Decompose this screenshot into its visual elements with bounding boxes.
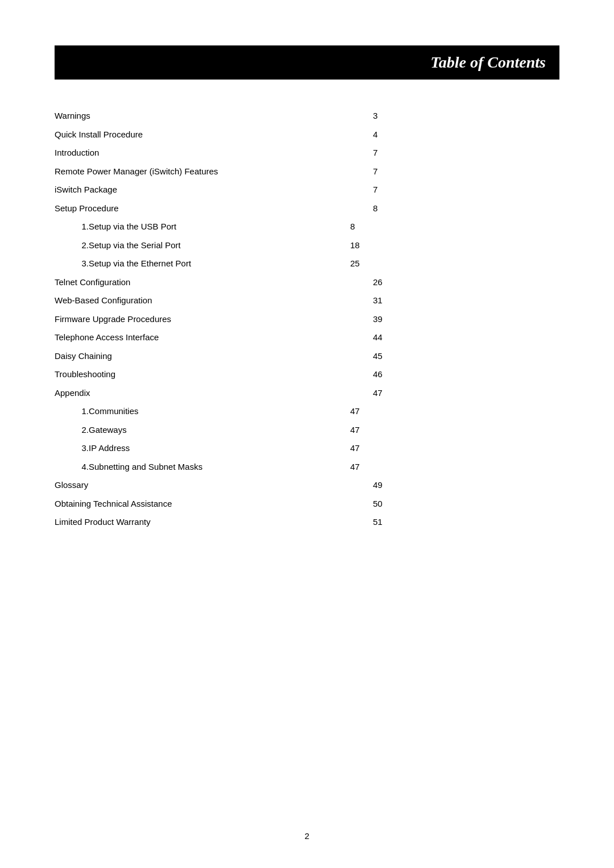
toc-page: 31 [350,291,559,310]
toc-row: Troubleshooting 46 [55,365,559,384]
toc-sub-number: 1. [55,218,89,236]
toc-entry-label: Telephone Access Interface [55,328,350,347]
toc-page: 46 [350,365,559,384]
toc-row: Setup Procedure 8 [55,199,559,218]
toc-sub-number: 1. [55,402,89,421]
toc-row: Warnings 3 [55,107,559,126]
toc-page: 26 [350,273,559,292]
toc-entry-label: Firmware Upgrade Procedures [55,310,350,329]
toc-sub-label: Gateways [89,421,350,440]
toc-sub-number: 2. [55,421,89,440]
toc-row: Quick Install Procedure 4 [55,126,559,144]
toc-page: 49 [350,476,559,495]
toc-sub-label: Subnetting and Subnet Masks [89,458,350,477]
toc-row: 3. Setup via the Ethernet Port 25 [55,254,559,273]
toc-page: 7 [350,181,559,199]
toc-sub-number: 2. [55,236,89,255]
toc-row: Glossary 49 [55,476,559,495]
toc-entry-label: Daisy Chaining [55,347,350,366]
toc-row: Firmware Upgrade Procedures 39 [55,310,559,329]
toc-entry-label: Glossary [55,476,350,495]
toc-row: Daisy Chaining 45 [55,347,559,366]
toc-page: 47 [350,458,559,477]
toc-sub-number: 4. [55,458,89,477]
toc-row: Remote Power Manager (iSwitch) Features … [55,162,559,181]
toc-sub-number: 3. [55,439,89,458]
toc-row: Telephone Access Interface 44 [55,328,559,347]
toc-entry-label: Appendix [55,384,350,403]
toc-entry-label: Telnet Configuration [55,273,350,292]
toc-row: 1. Setup via the USB Port 8 [55,218,559,236]
toc-entry-label: Setup Procedure [55,199,350,218]
toc-sub-label: Setup via the Serial Port [89,236,350,255]
toc-table: Warnings 3 Quick Install Procedure 4 Int… [55,107,559,532]
toc-sub-number: 3. [55,254,89,273]
toc-page: 4 [350,126,559,144]
toc-page: 44 [350,328,559,347]
toc-page: 47 [350,421,559,440]
toc-row: 1. Communities 47 [55,402,559,421]
toc-page: 7 [350,162,559,181]
toc-row: Telnet Configuration 26 [55,273,559,292]
toc-row: 2. Gateways 47 [55,421,559,440]
toc-entry-label: Obtaining Technical Assistance [55,495,350,514]
toc-page: 45 [350,347,559,366]
page-footer: 2 [0,831,614,841]
toc-page: 47 [350,384,559,403]
toc-row: Limited Product Warranty 51 [55,513,559,532]
toc-row: Web-Based Configuration 31 [55,291,559,310]
title-bar: Table of Contents [55,45,559,80]
toc-row: 2. Setup via the Serial Port 18 [55,236,559,255]
toc-entry-label: Remote Power Manager (iSwitch) Features [55,162,350,181]
toc-sub-label: Setup via the USB Port [89,218,350,236]
page-number: 2 [305,831,309,841]
toc-sub-label: Communities [89,402,350,421]
toc-sub-label: Setup via the Ethernet Port [89,254,350,273]
toc-row: iSwitch Package 7 [55,181,559,199]
toc-row: Appendix 47 [55,384,559,403]
page-title: Table of Contents [430,53,546,72]
toc-sub-label: IP Address [89,439,350,458]
toc-entry-label: Introduction [55,144,350,162]
toc-page: 25 [350,254,559,273]
toc-page: 47 [350,402,559,421]
toc-row: 4. Subnetting and Subnet Masks 47 [55,458,559,477]
toc-page: 18 [350,236,559,255]
toc-entry-label: iSwitch Package [55,181,350,199]
toc-row: 3. IP Address 47 [55,439,559,458]
toc-page: 47 [350,439,559,458]
toc-page: 50 [350,495,559,514]
toc-page: 39 [350,310,559,329]
toc-entry-label: Quick Install Procedure [55,126,350,144]
page: Table of Contents Warnings 3 Quick Insta… [0,0,614,868]
toc-entry-label: Troubleshooting [55,365,350,384]
toc-entry-label: Web-Based Configuration [55,291,350,310]
toc-row: Obtaining Technical Assistance 50 [55,495,559,514]
toc-page: 7 [350,144,559,162]
toc-page: 51 [350,513,559,532]
toc-entry-label: Warnings [55,107,350,126]
toc-page: 8 [350,199,559,218]
toc-page: 3 [350,107,559,126]
toc-entry-label: Limited Product Warranty [55,513,350,532]
toc-page: 8 [350,218,559,236]
toc-row: Introduction 7 [55,144,559,162]
